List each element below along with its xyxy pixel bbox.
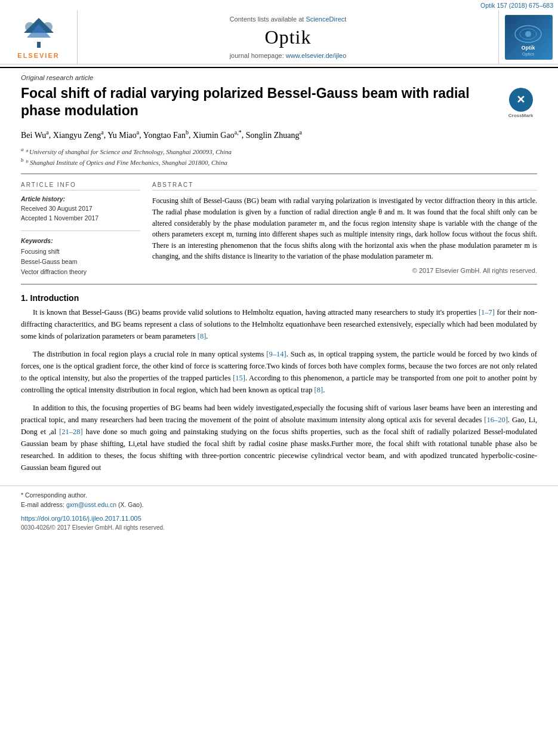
keyword-3: Vector diffraction theory (21, 267, 140, 277)
two-column-section: ARTICLE INFO Article history: Received 3… (21, 182, 537, 276)
copyright-line: © 2017 Elsevier GmbH. All rights reserve… (152, 267, 537, 274)
article-info-column: ARTICLE INFO Article history: Received 3… (21, 182, 140, 276)
keywords-label: Keywords: (21, 237, 140, 244)
footer-rights: 0030-4026/© 2017 Elsevier GmbH. All righ… (21, 524, 537, 531)
elsevier-logo-area: ELSEVIER (0, 10, 78, 64)
ref-1-7[interactable]: [1–7] (479, 308, 495, 316)
email-person: (X. Gao). (118, 501, 144, 508)
doi-footer-link[interactable]: https://doi.org/10.1016/j.ijleo.2017.11.… (21, 515, 141, 522)
article-content: Original research article Focal shift of… (0, 74, 558, 474)
journal-header: Optik 157 (2018) 675–683 ELSEVIER (0, 0, 558, 68)
keyword-1: Focusing shift (21, 247, 140, 257)
svg-point-3 (25, 22, 35, 32)
abstract-header: ABSTRACT (152, 182, 537, 190)
section1-title: 1. Introduction (21, 293, 537, 303)
optik-logo-box: Optik Optics (505, 15, 553, 60)
doi-text: Optik 157 (2018) 675–683 (480, 2, 553, 9)
crossmark-label: CrossMark (504, 113, 537, 119)
keywords-section: Keywords: Focusing shift Bessel-Gauss be… (21, 237, 140, 276)
info-divider (21, 231, 140, 231)
ref-15[interactable]: [15] (233, 374, 245, 382)
svg-text:Optik: Optik (521, 45, 535, 51)
sciencedirect-line: Contents lists available at ScienceDirec… (230, 16, 347, 23)
body-divider (21, 284, 537, 285)
ref-9-14[interactable]: [9–14] (266, 350, 286, 358)
journal-title: Optik (265, 26, 312, 48)
title-text: Focal shift of radial varying polarized … (21, 85, 470, 118)
email-line: E-mail address: gxm@usst.edu.cn (X. Gao)… (21, 500, 537, 510)
crossmark-circle: ✕ (509, 88, 533, 112)
affiliation-b: b ᵇ Shanghai Institute of Optics and Fin… (21, 156, 537, 167)
email-label: E-mail address: (21, 501, 64, 508)
email-link[interactable]: gxm@usst.edu.cn (66, 501, 116, 508)
ref-8-p1[interactable]: [8] (198, 332, 206, 340)
svg-point-4 (43, 22, 53, 32)
doi-top: Optik 157 (2018) 675–683 (0, 0, 558, 10)
homepage-text: journal homepage: (230, 52, 284, 59)
ref-21-28[interactable]: [21–28] (59, 428, 83, 436)
affil-b-text: ᵇ Shanghai Institute of Optics and Fine … (25, 159, 227, 166)
journal-center: Contents lists available at ScienceDirec… (78, 10, 498, 64)
crossmark-icon: ✕ (516, 93, 525, 107)
abstract-column: ABSTRACT Focusing shift of Bessel-Gauss … (152, 182, 537, 276)
homepage-link[interactable]: www.elsevier.de/ijleo (286, 52, 347, 59)
article-title: Focal shift of radial varying polarized … (21, 85, 537, 119)
article-history-block: Article history: Received 30 August 2017… (21, 195, 140, 223)
article-body: 1. Introduction It is known that Bessel-… (21, 293, 537, 474)
svg-rect-0 (37, 42, 41, 48)
elsevier-wordmark: ELSEVIER (17, 52, 59, 59)
page-footer: * Corresponding author. E-mail address: … (0, 485, 558, 536)
journal-homepage: journal homepage: www.elsevier.de/ijleo (230, 52, 347, 59)
svg-point-8 (525, 31, 531, 37)
body-paragraph-2: The distribution in focal region plays a… (21, 348, 537, 396)
corresponding-author-note: * Corresponding author. (21, 491, 537, 500)
accepted-date: Accepted 1 November 2017 (21, 214, 140, 223)
thick-divider (21, 173, 537, 174)
keyword-2: Bessel-Gauss beam (21, 257, 140, 267)
affil-a-text: ᵃ University of shanghai for Science and… (25, 148, 232, 155)
received-date: Received 30 August 2017 (21, 204, 140, 214)
svg-text:Optics: Optics (522, 52, 534, 57)
corresponding-author-text: * Corresponding author. (21, 491, 87, 499)
body-paragraph-1: It is known that Bessel-Gauss (BG) beams… (21, 306, 537, 342)
ref-8-p2[interactable]: [8] (315, 386, 323, 394)
journal-top-bar: ELSEVIER Contents lists available at Sci… (0, 10, 558, 64)
article-type: Original research article (21, 74, 537, 81)
sciencedirect-link[interactable]: ScienceDirect (306, 16, 346, 23)
optik-logo-area: Optik Optics (498, 10, 558, 64)
article-info-header: ARTICLE INFO (21, 182, 140, 190)
authors-line: Bei Wua, Xiangyu Zenga, Yu Miaoa, Yongta… (21, 128, 537, 142)
elsevier-tree-icon (12, 15, 66, 51)
body-paragraph-3: In addition to this, the focusing proper… (21, 402, 537, 474)
contents-text: Contents lists available at (230, 16, 304, 23)
affiliation-a: a ᵃ University of shanghai for Science a… (21, 146, 537, 156)
ref-16-20[interactable]: [16–20] (484, 416, 508, 424)
crossmark-badge[interactable]: ✕ CrossMark (504, 88, 537, 119)
abstract-text: Focusing shift of Bessel-Gauss (BG) beam… (152, 195, 537, 262)
affiliations: a ᵃ University of shanghai for Science a… (21, 146, 537, 167)
history-label: Article history: (21, 195, 140, 202)
